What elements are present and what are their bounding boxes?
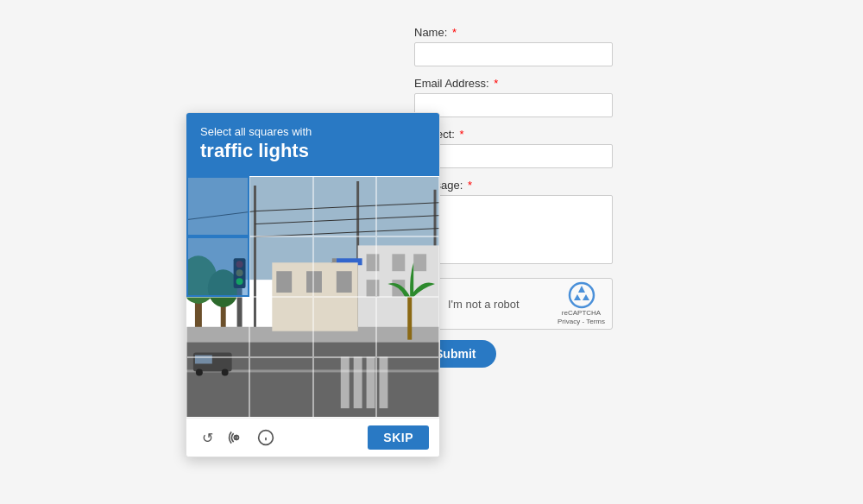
email-required-star: * <box>494 77 498 90</box>
recaptcha-label: I'm not a robot <box>448 298 557 311</box>
captcha-footer: ↺ SKIP <box>186 418 439 457</box>
name-input[interactable] <box>414 42 613 66</box>
recaptcha-box[interactable]: I'm not a robot reCAPTCHA Privacy - Term… <box>414 278 613 330</box>
subject-label: Subject: * <box>414 128 639 141</box>
grid-cell-7[interactable] <box>376 236 439 297</box>
info-icon[interactable] <box>255 427 276 448</box>
email-input[interactable] <box>414 93 613 117</box>
subject-required-star: * <box>460 128 464 141</box>
captcha-instruction-main: traffic lights <box>200 140 425 162</box>
recaptcha-icon <box>568 281 595 309</box>
grid-cell-0[interactable] <box>186 176 249 236</box>
grid-cell-9[interactable] <box>249 297 312 357</box>
recaptcha-logo: reCAPTCHA Privacy - Terms <box>557 281 605 325</box>
message-label: Message: * <box>414 179 639 192</box>
captcha-grid-overlay <box>186 176 439 418</box>
grid-cell-3[interactable] <box>376 176 439 236</box>
message-field-group: Message: * <box>414 179 639 268</box>
grid-cell-6[interactable] <box>313 236 376 297</box>
name-required-star: * <box>452 26 457 39</box>
captcha-header: Select all squares with traffic lights <box>186 113 439 176</box>
grid-cell-14[interactable] <box>313 357 376 418</box>
grid-cell-12[interactable] <box>186 357 249 418</box>
captcha-image-area <box>186 176 439 418</box>
captcha-instruction-sub: Select all squares with <box>200 125 425 138</box>
email-label-text: Email Address: <box>414 77 489 90</box>
message-input[interactable] <box>414 195 613 264</box>
grid-cell-15[interactable] <box>376 357 439 418</box>
grid-cell-5[interactable] <box>249 236 312 297</box>
grid-cell-11[interactable] <box>376 297 439 357</box>
grid-cell-8[interactable] <box>186 297 249 357</box>
contact-form: Name: * Email Address: * Subject: * Mess… <box>414 26 639 368</box>
grid-cell-13[interactable] <box>249 357 312 418</box>
name-label-text: Name: <box>414 26 447 39</box>
grid-cell-10[interactable] <box>313 297 376 357</box>
email-field-group: Email Address: * <box>414 77 639 117</box>
skip-button[interactable]: SKIP <box>368 425 429 450</box>
grid-cell-2[interactable] <box>313 176 376 236</box>
subject-field-group: Subject: * <box>414 128 639 168</box>
captcha-card: Select all squares with traffic lights <box>186 112 440 457</box>
grid-cell-4[interactable] <box>186 236 249 297</box>
grid-cell-1[interactable] <box>249 176 312 236</box>
refresh-icon[interactable]: ↺ <box>197 427 217 448</box>
name-field-group: Name: * <box>414 26 639 66</box>
subject-input[interactable] <box>414 144 613 168</box>
message-required-star: * <box>468 179 472 192</box>
recaptcha-brand-text: reCAPTCHA Privacy - Terms <box>557 309 605 325</box>
email-label: Email Address: * <box>414 77 639 90</box>
audio-icon[interactable] <box>226 427 247 448</box>
captcha-footer-icons: ↺ <box>197 427 276 448</box>
name-label: Name: * <box>414 26 639 39</box>
